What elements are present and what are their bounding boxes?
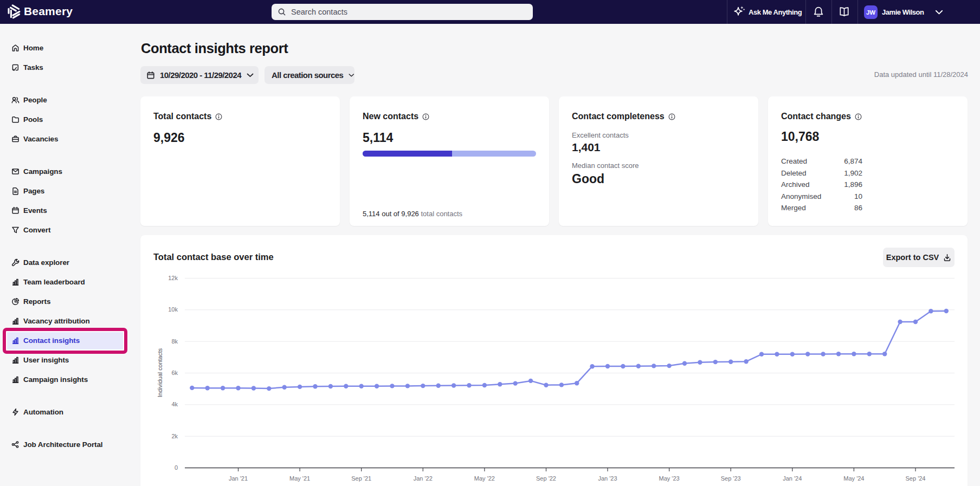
svg-text:2k: 2k: [171, 433, 178, 439]
svg-text:May '21: May '21: [289, 475, 310, 482]
svg-text:Sep '23: Sep '23: [721, 475, 741, 482]
svg-text:Sep '22: Sep '22: [536, 475, 556, 482]
svg-text:8k: 8k: [171, 338, 178, 345]
svg-text:10k: 10k: [168, 306, 178, 313]
svg-text:Sep '21: Sep '21: [351, 475, 371, 482]
svg-text:May '24: May '24: [843, 475, 864, 482]
svg-text:0: 0: [175, 464, 178, 471]
svg-text:May '23: May '23: [659, 475, 680, 482]
svg-text:Jan '24: Jan '24: [783, 475, 802, 482]
svg-text:Jan '23: Jan '23: [598, 475, 617, 482]
svg-text:Sep '24: Sep '24: [906, 475, 926, 482]
svg-text:Individual contacts: Individual contacts: [157, 348, 163, 397]
svg-text:May '22: May '22: [474, 475, 495, 482]
svg-text:12k: 12k: [168, 275, 178, 281]
svg-text:Jan '22: Jan '22: [414, 475, 433, 482]
svg-text:6k: 6k: [171, 370, 178, 376]
svg-text:4k: 4k: [171, 401, 178, 407]
svg-text:Jan '21: Jan '21: [229, 475, 248, 482]
